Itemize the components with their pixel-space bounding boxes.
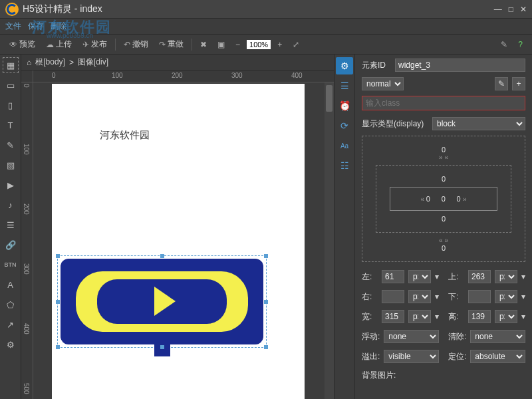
zoom-out-button[interactable]: − xyxy=(231,39,244,51)
zoom-level[interactable]: 100% xyxy=(247,40,271,49)
stepper-icon[interactable]: ▾ xyxy=(435,292,439,301)
canvas-area: ⌂ 根[body] > 图像[div] 0 100 200 300 400 0 … xyxy=(21,55,334,399)
breadcrumb-current[interactable]: 图像[div] xyxy=(78,57,108,68)
maximize-icon[interactable]: □ xyxy=(509,5,513,14)
redo-button[interactable]: ↷重做 xyxy=(155,37,188,51)
stepper-icon[interactable]: ▾ xyxy=(521,292,525,301)
stepper-icon[interactable]: ▾ xyxy=(521,272,525,281)
logo-graphic xyxy=(61,259,263,344)
tool-font[interactable]: A xyxy=(3,277,19,293)
tool-link[interactable]: 🔗 xyxy=(3,237,19,253)
delete-element-button[interactable]: ✖ xyxy=(196,39,211,51)
resize-handle-bm[interactable] xyxy=(160,345,164,349)
class-input[interactable] xyxy=(362,96,525,110)
resize-handle-bl[interactable] xyxy=(56,345,60,349)
tab-font-icon[interactable]: Aa xyxy=(336,137,353,154)
publish-button[interactable]: ✈发布 xyxy=(78,37,111,51)
tool-phone[interactable]: ▯ xyxy=(3,97,19,113)
page[interactable]: 河东软件园 xyxy=(52,84,305,399)
clear-label: 清除: xyxy=(448,331,466,342)
brush-icon: ✎ xyxy=(501,40,507,49)
box-model[interactable]: 0 » « 0 « 0 0 0 » 0 « » 0 xyxy=(362,136,525,262)
upload-button[interactable]: ☁上传 xyxy=(42,37,76,51)
tab-animation-icon[interactable]: ⟳ xyxy=(336,117,353,134)
canvas-viewport[interactable]: 河东软件园 xyxy=(33,82,325,399)
width-unit[interactable]: px xyxy=(408,310,431,323)
breadcrumb-root[interactable]: 根[body] xyxy=(35,57,65,68)
resize-handle-tl[interactable] xyxy=(56,254,60,258)
resize-handle-mr[interactable] xyxy=(264,300,268,304)
float-label: 浮动: xyxy=(362,331,380,342)
top-unit[interactable]: px xyxy=(495,270,517,283)
fit-button[interactable]: ⤢ xyxy=(289,39,303,51)
minimize-icon[interactable]: — xyxy=(494,5,502,14)
tool-input[interactable]: ✎ xyxy=(3,137,19,153)
bottom-input[interactable] xyxy=(468,290,491,303)
bottom-label: 下: xyxy=(448,291,464,303)
top-input[interactable] xyxy=(468,270,491,283)
tab-data-icon[interactable]: ☷ xyxy=(336,157,353,174)
stepper-icon[interactable]: ▾ xyxy=(521,312,525,321)
tool-arrow[interactable]: ↗ xyxy=(3,317,19,332)
element-id-input[interactable] xyxy=(395,59,525,72)
tab-style-icon[interactable]: ⚙ xyxy=(336,57,353,74)
resize-handle-tm[interactable] xyxy=(160,254,164,258)
left-unit[interactable]: px xyxy=(408,270,431,283)
display-label: 显示类型(display) xyxy=(362,118,428,130)
bottom-unit[interactable]: px xyxy=(495,290,517,303)
tool-select[interactable]: ▦ xyxy=(3,57,19,73)
height-input[interactable] xyxy=(468,310,491,323)
undo-button[interactable]: ↶撤销 xyxy=(120,37,152,51)
float-select[interactable]: none xyxy=(384,330,439,343)
home-icon[interactable]: ⌂ xyxy=(27,58,31,67)
preview-button[interactable]: 👁预览 xyxy=(5,37,39,51)
scrollbar-thumb[interactable] xyxy=(326,85,332,112)
close-icon[interactable]: ✕ xyxy=(520,5,527,14)
title-bar: H5设计精灵 - index — □ ✕ xyxy=(0,0,532,19)
tool-rect[interactable]: ▭ xyxy=(3,77,19,93)
resize-handle-ml[interactable] xyxy=(56,300,60,304)
menu-delete[interactable]: 删除 xyxy=(51,21,66,32)
display-select[interactable]: block xyxy=(432,117,525,130)
tool-video[interactable]: ▶ xyxy=(3,177,19,193)
menu-bar: 文件 保存 删除 xyxy=(0,19,532,35)
add-state-button[interactable]: + xyxy=(512,77,525,90)
width-label: 宽: xyxy=(362,311,378,323)
height-unit[interactable]: px xyxy=(495,310,517,323)
scrollbar-vertical[interactable] xyxy=(325,82,334,399)
resize-handle-tr[interactable] xyxy=(264,254,268,258)
help-button[interactable]: ? xyxy=(514,39,527,51)
tool-code[interactable]: ⚙ xyxy=(3,336,19,352)
edit-state-button[interactable]: ✎ xyxy=(495,77,508,90)
tool-form[interactable]: ☰ xyxy=(3,217,19,233)
tab-timer-icon[interactable]: ⏰ xyxy=(336,97,353,114)
ruler-corner xyxy=(21,70,33,82)
right-label: 右: xyxy=(362,291,378,303)
state-select[interactable]: normal xyxy=(362,77,404,90)
right-unit[interactable]: px xyxy=(408,290,431,303)
canvas-text[interactable]: 河东软件园 xyxy=(100,129,150,142)
stepper-icon[interactable]: ▾ xyxy=(435,272,439,281)
overflow-select[interactable]: visible xyxy=(384,350,439,363)
tool-audio[interactable]: ♪ xyxy=(3,197,19,213)
stepper-icon[interactable]: ▾ xyxy=(435,312,439,321)
menu-save[interactable]: 保存 xyxy=(28,21,44,32)
toggle-panel-button[interactable]: ▣ xyxy=(213,39,229,51)
tool-image[interactable]: ▧ xyxy=(3,157,19,173)
position-select[interactable]: absolute xyxy=(470,350,525,363)
menu-file[interactable]: 文件 xyxy=(5,21,21,32)
bg-label: 背景图片: xyxy=(362,370,402,381)
width-input[interactable] xyxy=(382,310,404,323)
resize-handle-br[interactable] xyxy=(264,345,268,349)
tool-button[interactable]: BTN xyxy=(3,257,19,273)
brush-button[interactable]: ✎ xyxy=(497,39,511,51)
selected-image[interactable] xyxy=(57,255,267,348)
tool-text[interactable]: T xyxy=(3,117,19,133)
left-input[interactable] xyxy=(382,270,404,283)
tab-layout-icon[interactable]: ☰ xyxy=(336,77,353,94)
right-input[interactable] xyxy=(382,290,404,303)
fit-icon: ⤢ xyxy=(293,40,299,49)
tool-shape[interactable]: ⬠ xyxy=(3,297,19,313)
zoom-in-button[interactable]: + xyxy=(273,39,286,51)
clear-select[interactable]: none xyxy=(470,330,525,343)
